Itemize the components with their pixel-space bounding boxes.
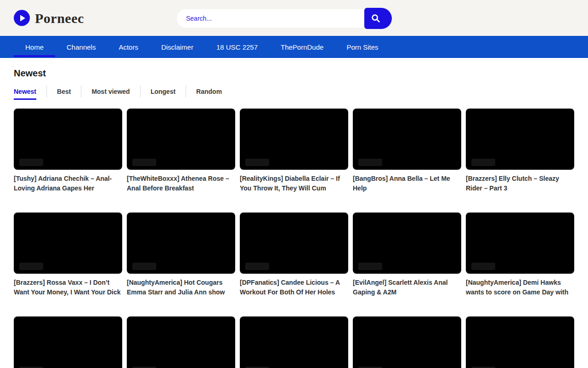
play-icon <box>14 10 30 26</box>
video-title[interactable]: [Brazzers] Rossa Vaxx – I Don’t Want You… <box>14 278 122 297</box>
duration-badge <box>358 159 382 166</box>
video-thumbnail[interactable] <box>353 109 461 170</box>
video-thumbnail[interactable] <box>127 316 235 368</box>
brand-logo[interactable]: Porneec <box>14 10 84 26</box>
video-card[interactable]: [Brazzers] Elly Clutch – Sleazy Rider – … <box>466 109 574 193</box>
duration-badge <box>132 159 156 166</box>
video-title[interactable]: [NaughtyAmerica] Demi Hawks wants to sco… <box>466 278 574 297</box>
video-title[interactable]: [TheWhiteBoxxx] Athenea Rose – Anal Befo… <box>127 174 235 193</box>
video-card[interactable]: [Tushy] Adriana Chechik – Anal-Loving Ad… <box>14 109 122 193</box>
tab-label: Longest <box>151 88 175 96</box>
nav-item-porn-sites[interactable]: Porn Sites <box>335 36 390 58</box>
search-icon <box>371 13 381 23</box>
sort-tabs: Newest Best Most viewed Longest Random <box>14 86 574 98</box>
video-card[interactable] <box>466 316 574 368</box>
search-button[interactable] <box>364 8 392 29</box>
video-thumbnail[interactable] <box>127 109 235 170</box>
video-title[interactable]: [Brazzers] Elly Clutch – Sleazy Rider – … <box>466 174 574 193</box>
tab-best[interactable]: Best <box>46 86 81 98</box>
tab-newest[interactable]: Newest <box>14 86 46 98</box>
video-thumbnail[interactable] <box>127 213 235 274</box>
search-bar <box>177 8 392 29</box>
video-thumbnail[interactable] <box>353 213 461 274</box>
video-thumbnail[interactable] <box>240 109 348 170</box>
page-title: Newest <box>14 68 574 79</box>
video-card[interactable]: [NaughtyAmerica] Hot Cougars Emma Starr … <box>127 213 235 297</box>
tab-label: Random <box>196 88 222 96</box>
video-card[interactable]: [TheWhiteBoxxx] Athenea Rose – Anal Befo… <box>127 109 235 193</box>
tab-label: Best <box>57 88 71 96</box>
video-card[interactable] <box>353 316 461 368</box>
tab-random[interactable]: Random <box>186 86 232 98</box>
video-title[interactable]: [BangBros] Anna Bella – Let Me Help <box>353 174 461 193</box>
video-card[interactable]: [BangBros] Anna Bella – Let Me Help <box>353 109 461 193</box>
video-title[interactable]: [Tushy] Adriana Chechik – Anal-Loving Ad… <box>14 174 122 193</box>
duration-badge <box>245 263 269 270</box>
video-card[interactable]: [NaughtyAmerica] Demi Hawks wants to sco… <box>466 213 574 297</box>
duration-badge <box>19 263 43 270</box>
video-title[interactable]: [RealityKings] Diabella Eclair – If You … <box>240 174 348 193</box>
duration-badge <box>19 159 43 166</box>
video-card[interactable] <box>240 316 348 368</box>
main-content: Newest Newest Best Most viewed Longest R… <box>0 68 588 368</box>
nav-item-channels[interactable]: Channels <box>55 36 107 58</box>
nav-item-actors[interactable]: Actors <box>107 36 150 58</box>
duration-badge <box>471 263 495 270</box>
nav-item-18-usc-2257[interactable]: 18 USC 2257 <box>205 36 269 58</box>
video-card[interactable]: [Brazzers] Rossa Vaxx – I Don’t Want You… <box>14 213 122 297</box>
video-title[interactable]: [EvilAngel] Scarlett Alexis Anal Gaping … <box>353 278 461 297</box>
video-thumbnail[interactable] <box>353 316 461 368</box>
video-thumbnail[interactable] <box>14 316 122 368</box>
site-header: Porneec <box>0 0 588 36</box>
video-card[interactable]: [DPFanatics] Candee Licious – A Workout … <box>240 213 348 297</box>
duration-badge <box>471 159 495 166</box>
search-input[interactable] <box>177 9 364 28</box>
video-thumbnail[interactable] <box>466 316 574 368</box>
nav-item-disclaimer[interactable]: Disclaimer <box>150 36 205 58</box>
video-card[interactable] <box>14 316 122 368</box>
video-card[interactable] <box>127 316 235 368</box>
video-card[interactable]: [RealityKings] Diabella Eclair – If You … <box>240 109 348 193</box>
video-card[interactable]: [EvilAngel] Scarlett Alexis Anal Gaping … <box>353 213 461 297</box>
video-thumbnail[interactable] <box>240 213 348 274</box>
nav-item-home[interactable]: Home <box>14 36 55 58</box>
video-grid: [Tushy] Adriana Chechik – Anal-Loving Ad… <box>14 109 574 368</box>
video-thumbnail[interactable] <box>466 213 574 274</box>
nav-item-theporndude[interactable]: ThePornDude <box>269 36 335 58</box>
video-thumbnail[interactable] <box>14 109 122 170</box>
tab-label: Newest <box>14 88 36 100</box>
tab-most-viewed[interactable]: Most viewed <box>81 86 140 98</box>
video-thumbnail[interactable] <box>14 213 122 274</box>
video-thumbnail[interactable] <box>240 316 348 368</box>
duration-badge <box>358 263 382 270</box>
brand-name: Porneec <box>35 10 84 26</box>
video-title[interactable]: [DPFanatics] Candee Licious – A Workout … <box>240 278 348 297</box>
video-title[interactable]: [NaughtyAmerica] Hot Cougars Emma Starr … <box>127 278 235 297</box>
main-nav: Home Channels Actors Disclaimer 18 USC 2… <box>0 36 588 58</box>
duration-badge <box>132 263 156 270</box>
tab-label: Most viewed <box>91 88 130 96</box>
video-thumbnail[interactable] <box>466 109 574 170</box>
duration-badge <box>245 159 269 166</box>
tab-longest[interactable]: Longest <box>140 86 186 98</box>
